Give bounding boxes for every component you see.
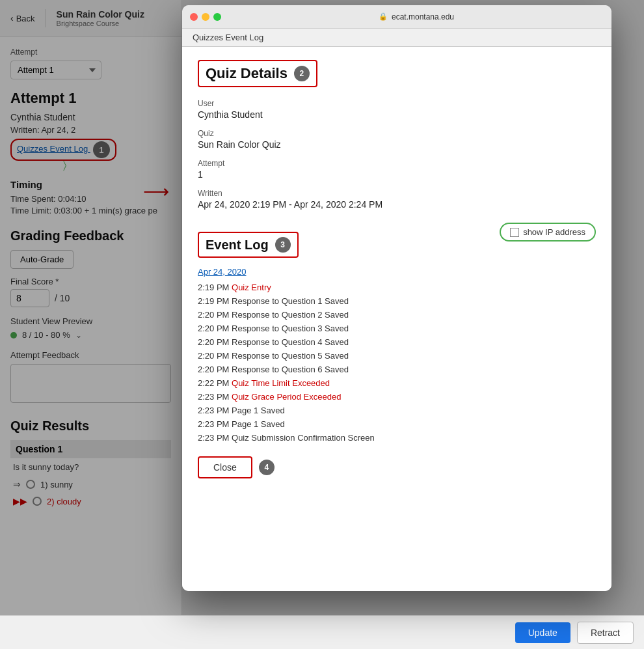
update-button[interactable]: Update — [515, 622, 570, 643]
event-row-3: 2:20 PM Response to Question 3 Saved — [198, 323, 596, 334]
step3-badge: 3 — [275, 237, 291, 253]
event-date: Apr 24, 2020 — [198, 267, 596, 277]
show-ip-checkbox[interactable] — [510, 228, 519, 237]
modal-titlebar: 🔒 ecat.montana.edu — [182, 5, 611, 29]
show-ip-label: show IP address — [523, 227, 585, 237]
modal-tab-bar: Quizzes Event Log — [182, 29, 611, 47]
event-row-0: 2:19 PM Quiz Entry — [198, 282, 596, 293]
user-value: Cynthia Student — [198, 109, 596, 120]
written-label: Written — [198, 189, 596, 198]
written-field: Written Apr 24, 2020 2:19 PM - Apr 24, 2… — [198, 189, 596, 210]
written-value: Apr 24, 2020 2:19 PM - Apr 24, 2020 2:24… — [198, 199, 596, 210]
bottom-bar: Update Retract — [0, 615, 644, 649]
event-list: 2:19 PM Quiz Entry 2:19 PM Response to Q… — [198, 282, 596, 443]
event-row-9: 2:23 PM Page 1 Saved — [198, 405, 596, 416]
event-log-header: Event Log 3 — [198, 232, 299, 258]
attempt-field-value: 1 — [198, 169, 596, 180]
quiz-details-title: Quiz Details — [206, 65, 288, 82]
maximize-traffic-light[interactable] — [213, 13, 221, 21]
minimize-traffic-light[interactable] — [202, 13, 209, 21]
event-row-7: 2:22 PM Quiz Time Limit Exceeded — [198, 378, 596, 389]
close-btn-row: Close 4 — [198, 456, 596, 485]
attempt-field-label: Attempt — [198, 159, 596, 168]
attempt-field: Attempt 1 — [198, 159, 596, 180]
user-label: User — [198, 99, 596, 108]
user-field: User Cynthia Student — [198, 99, 596, 120]
modal-url-text: ecat.montana.edu — [392, 12, 454, 21]
lock-icon: 🔒 — [379, 12, 388, 21]
event-row-5: 2:20 PM Response to Question 5 Saved — [198, 350, 596, 361]
modal-tab-title: Quizzes Event Log — [193, 33, 263, 42]
quiz-value: Sun Rain Color Quiz — [198, 139, 596, 150]
quiz-label: Quiz — [198, 129, 596, 138]
modal-url-bar: 🔒 ecat.montana.edu — [229, 12, 604, 21]
close-traffic-light[interactable] — [190, 13, 198, 21]
event-row-2: 2:20 PM Response to Question 2 Saved — [198, 309, 596, 320]
event-row-1: 2:19 PM Response to Question 1 Saved — [198, 296, 596, 307]
step4-badge: 4 — [259, 460, 275, 475]
event-log-title: Event Log — [206, 238, 269, 253]
show-ip-wrapper: show IP address — [500, 223, 596, 242]
event-row-8: 2:23 PM Quiz Grace Period Exceeded — [198, 391, 596, 402]
modal-content: Quiz Details 2 User Cynthia Student Quiz… — [182, 47, 611, 591]
event-row-4: 2:20 PM Response to Question 4 Saved — [198, 337, 596, 348]
quiz-details-header: Quiz Details 2 — [198, 60, 317, 87]
traffic-lights — [190, 13, 221, 21]
event-row-11: 2:23 PM Quiz Submission Confirmation Scr… — [198, 432, 596, 443]
close-button[interactable]: Close — [198, 456, 252, 478]
event-row-10: 2:23 PM Page 1 Saved — [198, 419, 596, 430]
quiz-field: Quiz Sun Rain Color Quiz — [198, 129, 596, 150]
modal-window: 🔒 ecat.montana.edu Quizzes Event Log Qui… — [182, 5, 611, 591]
step2-badge: 2 — [294, 66, 310, 81]
retract-button[interactable]: Retract — [577, 622, 634, 644]
event-row-6: 2:20 PM Response to Question 6 Saved — [198, 364, 596, 375]
